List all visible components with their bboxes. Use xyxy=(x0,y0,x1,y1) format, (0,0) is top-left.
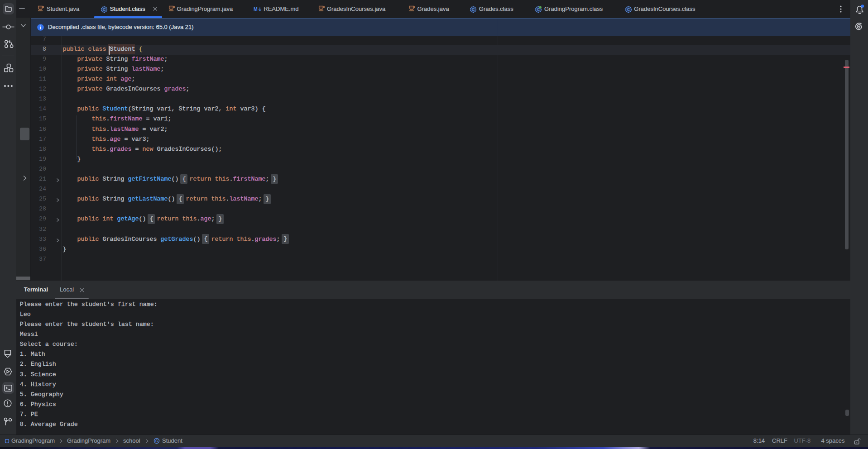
svg-text:M: M xyxy=(254,6,258,12)
svg-text:C: C xyxy=(155,439,158,443)
